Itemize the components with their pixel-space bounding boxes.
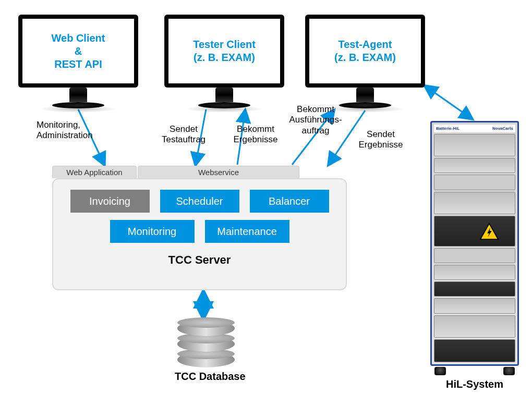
wheel-icon [503,367,515,375]
tcc-database: TCC Database [175,321,237,383]
label-sendet-testauftrag: Sendet Testauftrag [155,124,212,145]
rack-unit [434,339,515,362]
rack-unit-hazard [434,216,515,246]
rack-brand-right: NovaCarts [492,126,513,131]
rack-unit [434,281,515,297]
tcc-database-label: TCC Database [175,371,237,383]
rack-wheels [430,367,519,375]
label-sendet-ergebnisse: Sendet Ergebnisse [352,129,409,151]
tab-web-application: Web Application [52,166,137,178]
hil-system: Batterie-HiL NovaCarts HiL-System [430,121,519,390]
rack-unit [434,315,515,338]
rack-header: Batterie-HiL NovaCarts [434,125,515,132]
hil-system-label: HiL-System [430,378,519,390]
module-balancer: Balancer [250,190,329,213]
label-monitoring-admin: Monitoring, Administration [37,120,110,141]
database-icon [177,321,235,367]
monitor-tester-client-label: Tester Client (z. B. EXAM) [168,19,280,83]
rack-unit [434,175,515,190]
rack-unit [434,248,515,263]
label-bekommt-auftrag: Bekommt Ausführungs- auftrag [282,104,349,136]
tcc-server: Web Application Webservice Invoicing Sch… [52,166,347,290]
rack-body: Batterie-HiL NovaCarts [430,121,519,366]
monitor-web-client-label: Web Client & REST API [22,19,134,83]
rack-unit [434,134,515,157]
hazard-icon [479,223,499,240]
tcc-server-title: TCC Server [168,253,231,267]
label-bekommt-ergebnisse: Bekommt Ergebnisse [224,124,287,145]
module-monitoring: Monitoring [110,220,195,243]
rack-unit [434,265,515,280]
module-invoicing: Invoicing [70,190,150,213]
rack-brand-left: Batterie-HiL [436,126,460,131]
module-scheduler: Scheduler [160,190,239,213]
arrow-agent-hil [425,86,472,119]
monitor-test-agent-label: Test-Agent (z. B. EXAM) [309,19,421,83]
wheel-icon [434,367,446,375]
module-maintenance: Maintenance [205,220,289,243]
monitor-web-client: Web Client & REST API [18,15,138,113]
rack-unit [434,192,515,215]
tab-webservice: Webservice [138,166,299,178]
tcc-server-body: Invoicing Scheduler Balancer Monitoring … [52,178,347,290]
monitor-tester-client: Tester Client (z. B. EXAM) [164,15,284,113]
rack-unit [434,298,515,313]
rack-unit [434,158,515,173]
monitor-test-agent: Test-Agent (z. B. EXAM) [305,15,425,113]
